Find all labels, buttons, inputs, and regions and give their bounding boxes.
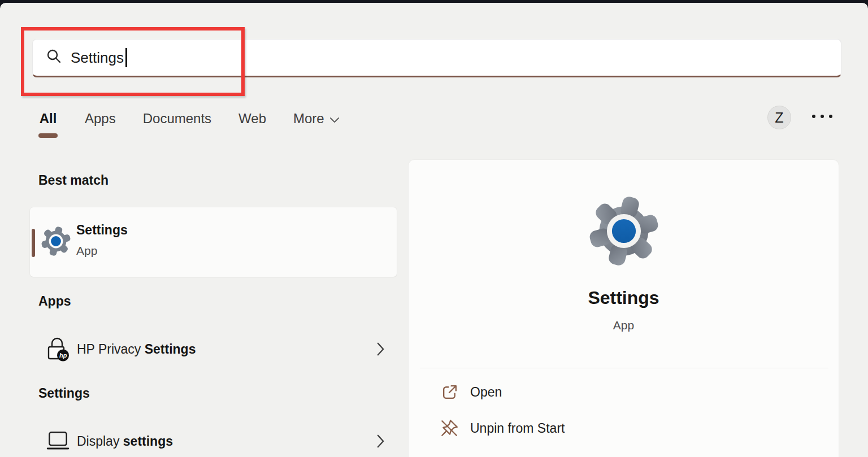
display-monitor-icon: [44, 427, 72, 455]
open-external-icon: [439, 382, 459, 402]
svg-text:hp: hp: [59, 352, 67, 359]
tab-documents[interactable]: Documents: [143, 111, 211, 127]
tab-more-label: More: [293, 111, 324, 127]
ellipsis-icon-dot: [829, 115, 832, 118]
start-search-screen: Settings All Apps Documents Web More: [0, 0, 868, 457]
action-open[interactable]: Open: [426, 376, 822, 408]
selection-indicator: [32, 229, 35, 257]
action-unpin-from-start[interactable]: Unpin from Start: [426, 412, 822, 444]
preview-panel: Settings App Open Unpin from Sta: [409, 160, 839, 457]
tab-apps-label: Apps: [85, 111, 116, 127]
action-open-label: Open: [470, 385, 502, 400]
chevron-right-icon[interactable]: [375, 434, 385, 449]
result-display-settings[interactable]: Display settings: [30, 423, 397, 457]
result-hp-privacy-settings[interactable]: hp HP Privacy Settings: [30, 330, 397, 368]
result-label-prefix: HP Privacy: [77, 342, 145, 356]
best-match-subtitle: App: [76, 244, 97, 258]
ellipsis-icon-dot: [821, 115, 824, 118]
hp-privacy-lock-icon: hp: [44, 335, 72, 363]
tab-web-label: Web: [238, 111, 266, 127]
avatar-letter: Z: [775, 110, 783, 126]
active-tab-indicator: [38, 133, 58, 138]
search-filter-tabs: All Apps Documents Web More: [38, 111, 340, 138]
settings-gear-icon: [588, 195, 660, 267]
tab-more[interactable]: More: [293, 111, 340, 127]
tab-all-label: All: [40, 111, 57, 127]
preview-app-subtitle: App: [409, 319, 839, 332]
chevron-down-icon: [329, 111, 340, 127]
tab-web[interactable]: Web: [238, 111, 266, 127]
unpin-icon: [439, 418, 459, 438]
preview-app-title: Settings: [409, 288, 839, 308]
best-match-title: Settings: [76, 223, 128, 238]
result-label-prefix: Display: [77, 434, 123, 449]
ellipsis-icon: [812, 115, 815, 118]
best-match-heading: Best match: [38, 173, 108, 188]
apps-section-heading: Apps: [38, 294, 71, 309]
result-label: HP Privacy Settings: [77, 342, 196, 357]
user-avatar[interactable]: Z: [767, 106, 791, 129]
result-label-bold: settings: [123, 434, 173, 449]
action-unpin-label: Unpin from Start: [470, 421, 565, 436]
result-label: Display settings: [77, 434, 173, 449]
tab-all[interactable]: All: [38, 111, 58, 138]
chevron-right-icon[interactable]: [375, 342, 385, 356]
tab-documents-label: Documents: [143, 111, 211, 127]
settings-gear-icon: [41, 225, 71, 257]
settings-section-heading: Settings: [38, 386, 90, 401]
more-options-button[interactable]: [812, 115, 832, 118]
divider: [420, 368, 828, 368]
tab-apps[interactable]: Apps: [85, 111, 116, 127]
result-label-bold: Settings: [145, 342, 196, 356]
best-match-result[interactable]: Settings App: [30, 207, 397, 277]
red-highlight-box: [21, 27, 245, 96]
